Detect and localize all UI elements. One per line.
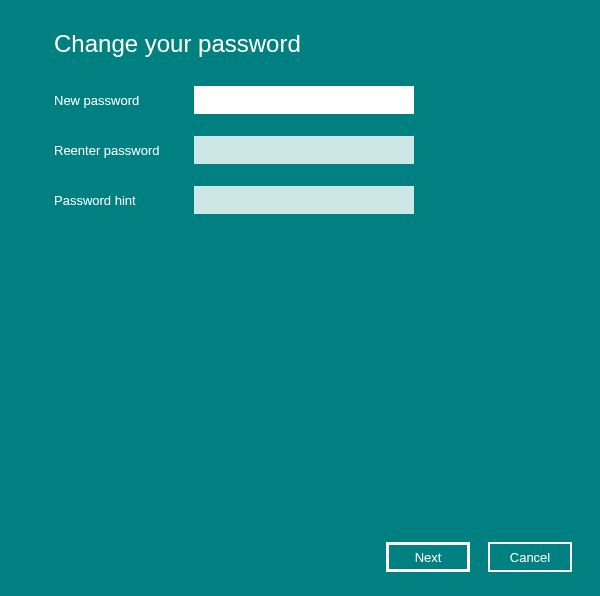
next-button[interactable]: Next [386, 542, 470, 572]
new-password-label: New password [54, 93, 194, 108]
reenter-password-row: Reenter password [54, 136, 600, 164]
page-title: Change your password [54, 30, 600, 58]
new-password-input[interactable] [194, 86, 414, 114]
password-hint-input[interactable] [194, 186, 414, 214]
cancel-button[interactable]: Cancel [488, 542, 572, 572]
button-bar: Next Cancel [386, 542, 572, 572]
reenter-password-input[interactable] [194, 136, 414, 164]
new-password-row: New password [54, 86, 600, 114]
password-hint-label: Password hint [54, 193, 194, 208]
change-password-form: Change your password New password Reente… [0, 0, 600, 214]
password-hint-row: Password hint [54, 186, 600, 214]
reenter-password-label: Reenter password [54, 143, 194, 158]
